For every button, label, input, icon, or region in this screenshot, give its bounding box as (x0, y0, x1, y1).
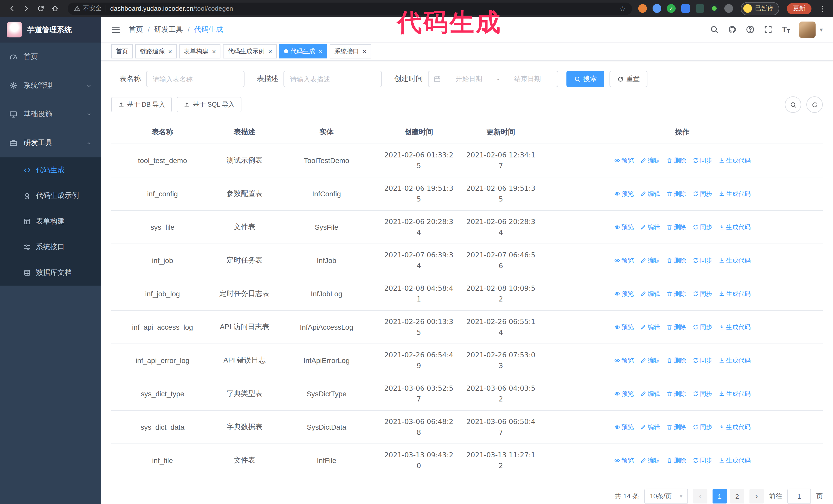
generate-link[interactable]: 生成代码 (718, 456, 751, 465)
edit-link[interactable]: 编辑 (640, 156, 660, 165)
tab-item[interactable]: 首页 (111, 44, 133, 58)
generate-link[interactable]: 生成代码 (718, 356, 751, 365)
preview-link[interactable]: 预览 (614, 223, 634, 232)
delete-link[interactable]: 删除 (666, 289, 686, 298)
edit-link[interactable]: 编辑 (640, 356, 660, 365)
kebab-menu-icon[interactable]: ⋮ (817, 4, 828, 13)
sync-link[interactable]: 同步 (692, 389, 712, 398)
extension-icon[interactable] (681, 4, 690, 13)
back-icon[interactable] (5, 2, 19, 15)
search-icon[interactable] (710, 25, 719, 34)
preview-link[interactable]: 预览 (614, 356, 634, 365)
sidebar-subitem[interactable]: 代码生成 (0, 158, 101, 183)
sidebar-item[interactable]: 首页 (0, 43, 101, 71)
edit-link[interactable]: 编辑 (640, 323, 660, 332)
edit-link[interactable]: 编辑 (640, 256, 660, 265)
sidebar-subitem[interactable]: 系统接口 (0, 234, 101, 260)
sync-link[interactable]: 同步 (692, 323, 712, 332)
generate-link[interactable]: 生成代码 (718, 423, 751, 431)
edit-link[interactable]: 编辑 (640, 456, 660, 465)
bookmark-star-icon[interactable]: ☆ (619, 4, 626, 13)
delete-link[interactable]: 删除 (666, 456, 686, 465)
fullscreen-icon[interactable] (764, 25, 772, 34)
close-icon[interactable]: × (268, 48, 272, 55)
extension-icon[interactable] (638, 4, 647, 13)
generate-link[interactable]: 生成代码 (718, 156, 751, 165)
sync-link[interactable]: 同步 (692, 189, 712, 198)
address-bar[interactable]: 不安全 dashboard.yudao.iocoder.cn/tool/code… (68, 2, 632, 15)
edit-link[interactable]: 编辑 (640, 389, 660, 398)
edit-link[interactable]: 编辑 (640, 289, 660, 298)
extension-icon[interactable] (667, 4, 675, 13)
profile-chip[interactable]: 已暂停 (741, 2, 779, 15)
github-icon[interactable] (728, 25, 737, 34)
goto-page-input[interactable] (787, 488, 811, 504)
import-db-button[interactable]: 基于 DB 导入 (111, 97, 172, 112)
extension-icon[interactable] (696, 4, 704, 13)
close-icon[interactable]: × (363, 48, 366, 55)
date-range-picker[interactable]: 开始日期 - 结束日期 (428, 71, 558, 87)
delete-link[interactable]: 删除 (666, 189, 686, 198)
delete-link[interactable]: 删除 (666, 223, 686, 232)
delete-link[interactable]: 删除 (666, 256, 686, 265)
table-desc-input[interactable] (284, 71, 382, 87)
home-icon[interactable] (48, 2, 62, 15)
page-size-select[interactable]: 10条/页 ▼ (644, 488, 688, 504)
breadcrumb-item[interactable]: 首页 (129, 25, 143, 34)
help-icon[interactable] (746, 25, 755, 34)
extension-icon[interactable] (652, 4, 661, 13)
close-icon[interactable]: × (319, 48, 323, 55)
delete-link[interactable]: 删除 (666, 389, 686, 398)
logo[interactable]: 芋道管理系统 (0, 17, 101, 43)
edit-link[interactable]: 编辑 (640, 189, 660, 198)
search-button[interactable]: 搜索 (567, 71, 604, 87)
preview-link[interactable]: 预览 (614, 156, 634, 165)
sync-link[interactable]: 同步 (692, 356, 712, 365)
generate-link[interactable]: 生成代码 (718, 323, 751, 332)
sidebar-item[interactable]: 研发工具 (0, 129, 101, 158)
page-button[interactable]: 1 (713, 489, 727, 503)
sync-link[interactable]: 同步 (692, 156, 712, 165)
preview-link[interactable]: 预览 (614, 456, 634, 465)
sync-link[interactable]: 同步 (692, 256, 712, 265)
close-icon[interactable]: × (168, 48, 172, 55)
tab-item[interactable]: 系统接口× (330, 44, 371, 58)
update-button[interactable]: 更新 (787, 3, 811, 14)
breadcrumb-item[interactable]: 代码生成 (194, 25, 223, 34)
delete-link[interactable]: 删除 (666, 323, 686, 332)
close-icon[interactable]: × (212, 48, 216, 55)
next-page-button[interactable]: › (749, 489, 764, 503)
breadcrumb-item[interactable]: 研发工具 (154, 25, 183, 34)
sync-link[interactable]: 同步 (692, 223, 712, 232)
extension-icon[interactable] (710, 4, 719, 13)
tab-item[interactable]: 代码生成× (279, 44, 327, 58)
tab-item[interactable]: 表单构建× (179, 44, 220, 58)
extension-icon[interactable] (724, 4, 733, 13)
sidebar-item[interactable]: 基础设施 (0, 100, 101, 129)
edit-link[interactable]: 编辑 (640, 423, 660, 431)
preview-link[interactable]: 预览 (614, 289, 634, 298)
forward-icon[interactable] (20, 2, 33, 15)
menu-fold-icon[interactable] (111, 25, 120, 34)
prev-page-button[interactable]: ‹ (693, 489, 708, 503)
delete-link[interactable]: 删除 (666, 423, 686, 431)
toggle-search-button[interactable] (785, 96, 801, 113)
sidebar-subitem[interactable]: 代码生成示例 (0, 183, 101, 209)
tab-item[interactable]: 代码生成示例× (223, 44, 277, 58)
generate-link[interactable]: 生成代码 (718, 189, 751, 198)
sync-link[interactable]: 同步 (692, 289, 712, 298)
reload-icon[interactable] (34, 2, 47, 15)
sidebar-subitem[interactable]: 数据库文档 (0, 260, 101, 286)
page-button[interactable]: 2 (730, 489, 744, 503)
generate-link[interactable]: 生成代码 (718, 389, 751, 398)
preview-link[interactable]: 预览 (614, 389, 634, 398)
security-chip[interactable]: 不安全 (74, 4, 101, 13)
user-avatar[interactable] (799, 21, 815, 38)
sync-link[interactable]: 同步 (692, 456, 712, 465)
import-sql-button[interactable]: 基于 SQL 导入 (177, 97, 241, 112)
caret-down-icon[interactable]: ▾ (820, 26, 823, 33)
sidebar-subitem[interactable]: 表单构建 (0, 209, 101, 234)
sync-link[interactable]: 同步 (692, 423, 712, 431)
generate-link[interactable]: 生成代码 (718, 289, 751, 298)
table-name-input[interactable] (146, 71, 244, 87)
